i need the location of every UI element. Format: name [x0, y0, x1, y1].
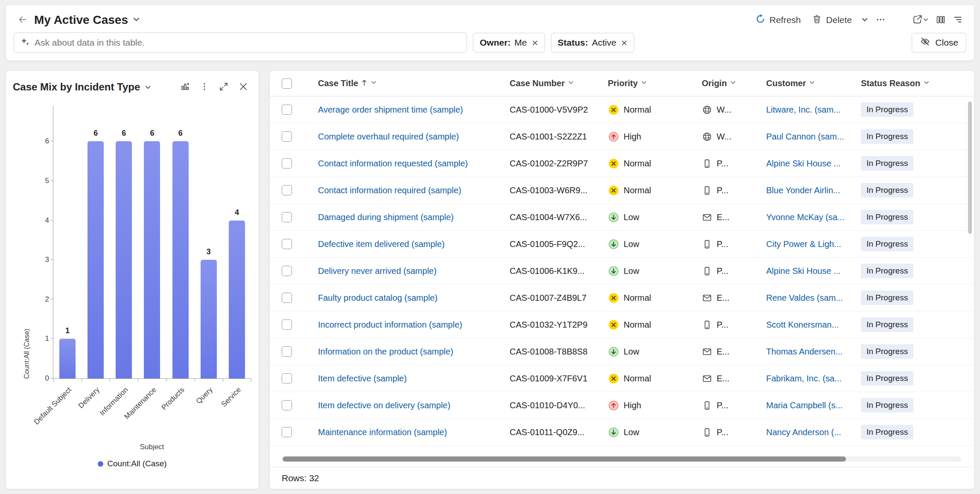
refresh-button[interactable]: Refresh [750, 10, 807, 30]
case-title-link[interactable]: Faulty product catalog (sample) [318, 293, 438, 303]
change-chart-button[interactable] [177, 78, 194, 96]
priority-normal-icon [608, 185, 619, 196]
x-axis-label: Service [220, 386, 243, 409]
remove-filter-icon[interactable] [621, 40, 627, 46]
row-checkbox[interactable] [282, 105, 292, 115]
close-button[interactable]: Close [912, 33, 966, 52]
case-title-link[interactable]: Complete overhaul required (sample) [318, 132, 459, 142]
row-checkbox[interactable] [282, 212, 292, 222]
more-commands-button[interactable] [858, 12, 872, 28]
table-row[interactable]: Item defective (sample)CAS-01009-X7F6V1N… [270, 365, 974, 392]
table-row[interactable]: Damaged during shipment (sample)CAS-0100… [270, 204, 974, 231]
row-checkbox[interactable] [282, 131, 292, 142]
case-title-link[interactable]: Contact information required (sample) [318, 186, 461, 195]
customer-link[interactable]: Blue Yonder Airlin... [766, 186, 840, 195]
row-checkbox[interactable] [282, 346, 292, 357]
customer-link[interactable]: Yvonne McKay (sa... [766, 212, 844, 222]
bar[interactable] [229, 221, 245, 378]
table-row[interactable]: Item defective on delivery (sample)CAS-0… [270, 392, 974, 419]
table-row[interactable]: Complete overhaul required (sample)CAS-0… [270, 123, 974, 150]
row-checkbox[interactable] [282, 266, 292, 276]
case-number: CAS-01000-V5V9P2 [510, 105, 588, 115]
case-title-link[interactable]: Maintenance information (sample) [318, 427, 447, 437]
column-header-priority[interactable]: Priority [608, 78, 702, 88]
column-header-customer[interactable]: Customer [766, 78, 861, 88]
vertical-scrollbar[interactable] [968, 102, 972, 234]
customer-link[interactable]: Alpine Ski House ... [766, 159, 841, 169]
filter-button[interactable] [949, 11, 966, 29]
column-header-status-reason[interactable]: Status Reason [861, 78, 963, 88]
case-number: CAS-01006-K1K9... [510, 266, 585, 276]
bar[interactable] [144, 141, 160, 378]
customer-link[interactable]: Litware, Inc. (sam... [766, 105, 841, 115]
search-input[interactable] [35, 38, 461, 48]
remove-filter-icon[interactable] [532, 40, 538, 46]
email-origin-icon [702, 373, 712, 384]
bar[interactable] [116, 141, 132, 378]
case-title-link[interactable]: Delivery never arrived (sample) [318, 266, 437, 276]
row-checkbox[interactable] [282, 400, 292, 410]
table-row[interactable]: Defective item delivered (sample)CAS-010… [270, 231, 974, 258]
case-title-link[interactable]: Item defective on delivery (sample) [318, 401, 450, 410]
origin-label: P... [717, 239, 728, 249]
priority-label: Low [624, 266, 639, 276]
table-row[interactable]: Maintenance information (sample)CAS-0101… [270, 419, 974, 446]
horizontal-scrollbar-thumb[interactable] [283, 456, 846, 462]
overflow-menu-button[interactable] [872, 11, 889, 29]
bar[interactable] [172, 141, 189, 378]
customer-link[interactable]: Paul Cannon (sam... [766, 132, 844, 142]
chart-selector-chevron-icon[interactable] [144, 84, 152, 91]
table-row[interactable]: Average order shipment time (sample)CAS-… [270, 96, 974, 123]
table-row[interactable]: Faulty product catalog (sample)CAS-01007… [270, 285, 974, 311]
row-checkbox[interactable] [282, 293, 292, 303]
case-title-link[interactable]: Information on the product (sample) [318, 347, 453, 357]
customer-link[interactable]: City Power & Ligh... [766, 239, 841, 249]
table-row[interactable]: Delivery never arrived (sample)CAS-01006… [270, 258, 974, 285]
view-selector[interactable]: My Active Cases [34, 13, 140, 27]
bar[interactable] [88, 141, 104, 378]
customer-link[interactable]: Nancy Anderson (... [766, 427, 841, 437]
row-checkbox[interactable] [282, 158, 292, 169]
delete-button[interactable]: Delete [806, 10, 858, 30]
case-number: CAS-01002-Z2R9P7 [510, 159, 588, 169]
close-chart-button[interactable] [235, 78, 252, 96]
row-checkbox[interactable] [282, 320, 292, 330]
expand-chart-button[interactable] [215, 78, 232, 96]
column-header-origin[interactable]: Origin [702, 78, 766, 88]
case-title-link[interactable]: Incorrect product information (sample) [318, 320, 462, 330]
customer-link[interactable]: Fabrikam, Inc. (sa... [766, 374, 842, 384]
edit-columns-button[interactable] [932, 11, 949, 29]
back-button[interactable] [14, 11, 32, 30]
customer-link[interactable]: Thomas Andersen... [766, 347, 843, 357]
table-row[interactable]: Contact information required (sample)CAS… [270, 177, 974, 204]
row-checkbox[interactable] [282, 373, 292, 384]
row-checkbox[interactable] [282, 427, 292, 437]
case-title-link[interactable]: Damaged during shipment (sample) [318, 212, 454, 222]
select-all-checkbox[interactable] [282, 78, 292, 89]
status-badge: In Progress [861, 344, 913, 359]
customer-link[interactable]: Rene Valdes (sam... [766, 293, 843, 303]
case-title-link[interactable]: Item defective (sample) [318, 374, 407, 384]
case-title-link[interactable]: Average order shipment time (sample) [318, 105, 463, 115]
customer-link[interactable]: Alpine Ski House ... [766, 266, 841, 276]
bar[interactable] [201, 260, 217, 378]
customer-link[interactable]: Scott Konersman... [766, 320, 839, 330]
filter-pill-status[interactable]: Status:Active [551, 33, 634, 52]
filter-value: Me [514, 38, 527, 48]
table-row[interactable]: Information on the product (sample)CAS-0… [270, 338, 974, 365]
share-button[interactable] [909, 11, 932, 29]
horizontal-scrollbar[interactable] [283, 456, 961, 462]
table-row[interactable]: Contact information requested (sample)CA… [270, 150, 974, 177]
column-header-case-number[interactable]: Case Number [510, 78, 608, 88]
table-row[interactable]: Incorrect product information (sample)CA… [270, 311, 974, 338]
row-checkbox[interactable] [282, 239, 292, 249]
priority-low-icon [608, 238, 619, 250]
case-title-link[interactable]: Contact information requested (sample) [318, 159, 468, 169]
row-checkbox[interactable] [282, 185, 292, 195]
bar[interactable] [59, 339, 76, 378]
column-header-case-title[interactable]: Case Title [318, 78, 510, 88]
chart-more-options-button[interactable] [196, 78, 213, 96]
customer-link[interactable]: Maria Campbell (s... [766, 401, 843, 410]
case-title-link[interactable]: Defective item delivered (sample) [318, 239, 445, 249]
filter-pill-owner[interactable]: Owner:Me [473, 33, 545, 52]
